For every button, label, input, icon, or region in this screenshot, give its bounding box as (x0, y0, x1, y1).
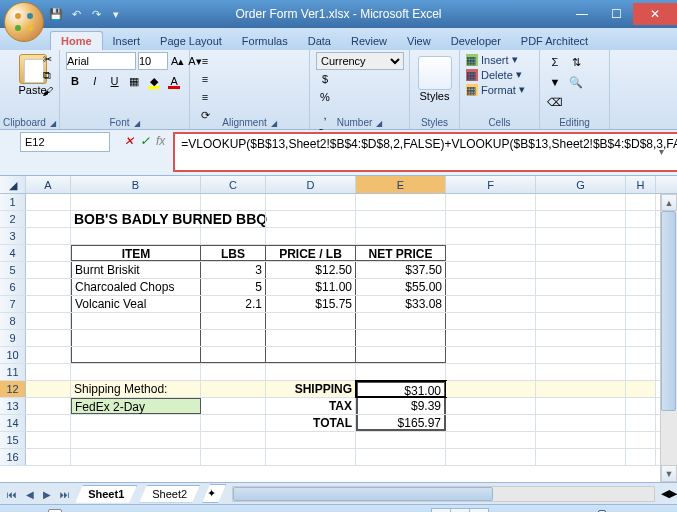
row-header[interactable]: 9 (0, 330, 26, 346)
tab-data[interactable]: Data (298, 32, 341, 50)
row-header[interactable]: 15 (0, 432, 26, 448)
number-format-select[interactable]: Currency (316, 52, 404, 70)
prev-sheet-icon[interactable]: ◀ (23, 489, 37, 500)
total-value[interactable]: $165.97 (356, 415, 446, 431)
sheet-tab-2[interactable]: Sheet2 (139, 485, 200, 503)
qat-dropdown-icon[interactable]: ▾ (108, 6, 124, 22)
percent-format-icon[interactable]: % (316, 88, 334, 106)
find-select-icon[interactable]: 🔍 (567, 73, 585, 91)
close-button[interactable]: ✕ (633, 3, 677, 25)
tab-developer[interactable]: Developer (441, 32, 511, 50)
hdr-lbs[interactable]: LBS (201, 245, 266, 261)
grid[interactable]: 1 2BOB'S BADLY BURNED BBQ 3 4ITEMLBSPRIC… (0, 194, 660, 482)
row-header[interactable]: 3 (0, 228, 26, 244)
hscroll-right-icon[interactable]: ▶ (669, 487, 677, 500)
expand-formula-bar-icon[interactable]: ▾ (659, 146, 673, 157)
row-header[interactable]: 13 (0, 398, 26, 414)
vertical-scrollbar[interactable]: ▲ ▼ (660, 194, 677, 482)
sheet-title[interactable]: BOB'S BADLY BURNED BBQ (71, 211, 201, 227)
total-label[interactable]: TOTAL (266, 415, 356, 431)
page-layout-view-icon[interactable]: ▤ (450, 508, 470, 513)
tab-review[interactable]: Review (341, 32, 397, 50)
tax-value[interactable]: $9.39 (356, 398, 446, 414)
cell-net[interactable]: $55.00 (356, 279, 446, 295)
sort-filter-icon[interactable]: ⇅ (567, 53, 585, 71)
row-header[interactable]: 12 (0, 381, 26, 397)
align-top-icon[interactable]: ≡ (196, 52, 214, 70)
col-header-a[interactable]: A (26, 176, 71, 193)
row-header[interactable]: 6 (0, 279, 26, 295)
fx-icon[interactable]: fx (156, 134, 165, 148)
italic-button[interactable]: I (86, 72, 104, 90)
col-header-d[interactable]: D (266, 176, 356, 193)
font-name-input[interactable] (66, 52, 136, 70)
ship-label[interactable]: Shipping Method: (71, 381, 201, 397)
cell-net[interactable]: $37.50 (356, 262, 446, 278)
align-middle-icon[interactable]: ≡ (196, 70, 214, 88)
cell-item[interactable]: Volcanic Veal (71, 296, 201, 312)
col-header-g[interactable]: G (536, 176, 626, 193)
undo-icon[interactable]: ↶ (68, 6, 84, 22)
row-header[interactable]: 11 (0, 364, 26, 380)
col-header-f[interactable]: F (446, 176, 536, 193)
fill-color-button[interactable]: ◆ (145, 72, 163, 90)
tax-label[interactable]: TAX (266, 398, 356, 414)
row-header[interactable]: 10 (0, 347, 26, 363)
font-size-input[interactable] (138, 52, 168, 70)
cell-price[interactable]: $15.75 (266, 296, 356, 312)
col-header-h[interactable]: H (626, 176, 656, 193)
page-break-view-icon[interactable]: ▭ (469, 508, 489, 513)
copy-icon[interactable]: ⧉ (39, 68, 55, 82)
hscroll-left-icon[interactable]: ◀ (661, 487, 669, 500)
underline-button[interactable]: U (106, 72, 124, 90)
last-sheet-icon[interactable]: ⏭ (57, 489, 73, 500)
tab-formulas[interactable]: Formulas (232, 32, 298, 50)
cell-styles-icon[interactable] (418, 56, 452, 90)
hscroll-thumb[interactable] (233, 487, 493, 501)
row-header[interactable]: 14 (0, 415, 26, 431)
tab-page-layout[interactable]: Page Layout (150, 32, 232, 50)
scroll-up-icon[interactable]: ▲ (661, 194, 677, 211)
scroll-down-icon[interactable]: ▼ (661, 465, 677, 482)
format-painter-icon[interactable]: 🖌 (39, 84, 55, 98)
alignment-dialog-launcher[interactable]: ◢ (271, 119, 277, 128)
next-sheet-icon[interactable]: ▶ (40, 489, 54, 500)
cut-icon[interactable]: ✂ (39, 52, 55, 66)
enter-formula-icon[interactable]: ✓ (140, 134, 150, 148)
col-header-b[interactable]: B (71, 176, 201, 193)
font-dialog-launcher[interactable]: ◢ (134, 119, 140, 128)
formula-bar[interactable]: =VLOOKUP($B$13,Sheet2!$B$4:$D$8,2,FALSE)… (173, 132, 677, 172)
row-header[interactable]: 2 (0, 211, 26, 227)
number-dialog-launcher[interactable]: ◢ (376, 119, 382, 128)
cell-lbs[interactable]: 5 (201, 279, 266, 295)
row-header[interactable]: 1 (0, 194, 26, 210)
cell-lbs[interactable]: 3 (201, 262, 266, 278)
cell-item[interactable]: Burnt Briskit (71, 262, 201, 278)
hdr-price[interactable]: PRICE / LB (266, 245, 356, 261)
increase-font-icon[interactable]: A▴ (170, 52, 185, 70)
redo-icon[interactable]: ↷ (88, 6, 104, 22)
cell-price[interactable]: $12.50 (266, 262, 356, 278)
tab-pdf-architect[interactable]: PDF Architect (511, 32, 598, 50)
first-sheet-icon[interactable]: ⏮ (4, 489, 20, 500)
hdr-item[interactable]: ITEM (71, 245, 201, 261)
row-header[interactable]: 7 (0, 296, 26, 312)
normal-view-icon[interactable]: ▦ (431, 508, 451, 513)
cancel-formula-icon[interactable]: ✕ (124, 134, 134, 148)
row-header[interactable]: 16 (0, 449, 26, 465)
name-box[interactable] (20, 132, 110, 152)
bold-button[interactable]: B (66, 72, 84, 90)
cell-price[interactable]: $11.00 (266, 279, 356, 295)
shipping-value[interactable]: $31.00 (356, 381, 446, 397)
insert-cells-button[interactable]: ▦Insert ▾ (466, 53, 533, 66)
horizontal-scrollbar[interactable] (232, 486, 655, 502)
cell-net[interactable]: $33.08 (356, 296, 446, 312)
ship-method[interactable]: FedEx 2-Day (71, 398, 201, 414)
office-button[interactable] (4, 2, 44, 42)
shipping-label[interactable]: SHIPPING (266, 381, 356, 397)
accounting-format-icon[interactable]: $ (316, 70, 334, 88)
save-icon[interactable]: 💾 (48, 6, 64, 22)
select-all-button[interactable]: ◢ (0, 176, 26, 193)
sheet-tab-1[interactable]: Sheet1 (75, 485, 137, 503)
autosum-icon[interactable]: Σ (546, 53, 564, 71)
